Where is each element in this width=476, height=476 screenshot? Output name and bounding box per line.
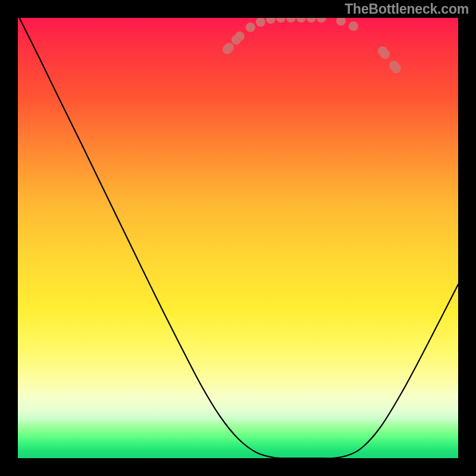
watermark-text: TheBottleneck.com: [345, 1, 469, 17]
chart-frame: [18, 18, 458, 458]
chart-svg: [18, 18, 458, 458]
data-marker: [296, 18, 306, 23]
data-marker: [336, 18, 346, 26]
data-marker: [246, 23, 255, 32]
data-marker: [256, 18, 265, 27]
bottleneck-curve: [18, 18, 458, 458]
marker-layer: [223, 18, 401, 73]
data-marker: [380, 49, 390, 59]
data-marker: [223, 45, 232, 54]
data-marker: [276, 18, 286, 23]
curve-layer: [18, 18, 458, 458]
data-marker: [389, 61, 399, 70]
data-marker: [306, 18, 316, 23]
data-marker: [286, 18, 296, 23]
data-marker: [266, 18, 275, 24]
data-marker: [349, 21, 358, 31]
data-marker: [235, 32, 245, 41]
data-marker: [317, 18, 326, 23]
